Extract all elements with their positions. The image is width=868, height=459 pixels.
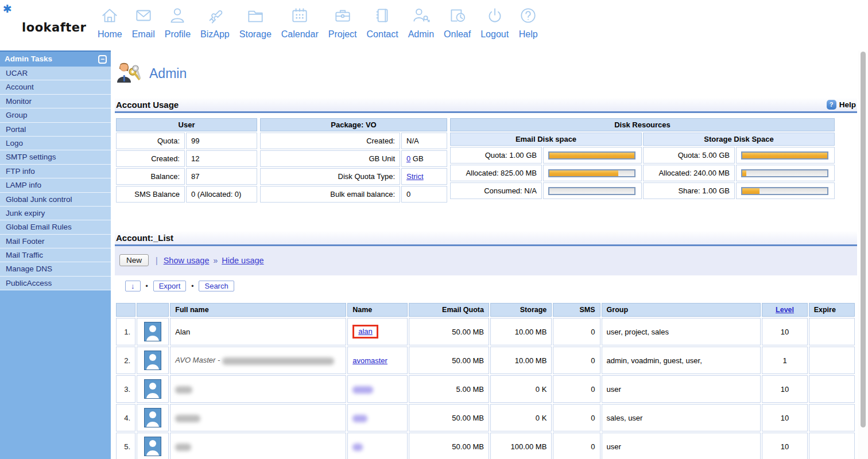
account-link-avomaster[interactable]: avomaster	[352, 356, 388, 365]
group-cell: sales, user	[602, 404, 761, 431]
nav-bizapp[interactable]: BizApp	[200, 6, 230, 40]
sidebar-item-account[interactable]: Account	[0, 80, 111, 94]
redacted-text	[175, 444, 191, 451]
nav-logout[interactable]: Logout	[480, 6, 509, 40]
nav-onleaf[interactable]: Onleaf	[444, 6, 471, 40]
user-usage-table: User Quota: 99 Created: 12 Balance: 87 S…	[115, 117, 258, 204]
address-book-icon	[373, 6, 392, 28]
pipe-separator: |	[156, 256, 158, 265]
nav-home[interactable]: Home	[98, 6, 122, 40]
account-link-alan[interactable]: alan	[358, 327, 373, 336]
raquo-separator: »	[213, 256, 218, 265]
nav-help[interactable]: Help	[518, 6, 538, 40]
group-cell: user, project, sales	[602, 318, 761, 345]
avatar-cell	[137, 347, 169, 374]
storage-quota-bar	[741, 151, 828, 160]
nav-calendar[interactable]: Calendar	[281, 6, 319, 40]
avatar-icon	[144, 408, 161, 427]
avatar-icon	[144, 379, 161, 399]
storage-quota-label: Quota: 5.00 GB	[643, 147, 735, 164]
col-sms: SMS	[553, 303, 600, 317]
package-disk-quota-type-label: Disk Quota Type:	[260, 168, 400, 185]
user-created-value: 12	[186, 150, 257, 167]
email-quota-cell: 50.00 MB	[409, 347, 489, 374]
name-cell: avomaster	[347, 347, 407, 374]
user-quota-label: Quota:	[116, 133, 185, 149]
app-logo: lookafter	[22, 21, 86, 34]
sidebar-item-mail-traffic[interactable]: Mail Traffic	[0, 248, 111, 262]
storage-cell: 100.00 MB	[490, 433, 552, 459]
row-number: 4.	[116, 404, 135, 431]
export-button[interactable]: Export	[153, 281, 187, 291]
avatar-cell	[137, 433, 169, 459]
level-sort-link[interactable]: Level	[776, 306, 794, 314]
user-balance-label: Balance:	[116, 168, 185, 185]
question-icon	[518, 6, 538, 28]
puzzle-icon	[205, 6, 224, 28]
sidebar-item-ucar[interactable]: UCAR	[0, 67, 111, 80]
disk-resources-table: Disk Resources Email Disk space Storage …	[449, 117, 836, 200]
storage-allocated-bar	[741, 169, 828, 177]
disk-quota-type-link[interactable]: Strict	[406, 172, 424, 181]
help-button[interactable]: ? Help	[827, 100, 856, 110]
sidebar-item-publicaccess[interactable]: PublicAccess	[0, 277, 111, 290]
full-name-text: AVO Master -	[175, 356, 220, 364]
scrollbar-thumb[interactable]	[861, 52, 866, 427]
sidebar-item-global-junk-control[interactable]: Global Junk control	[0, 193, 111, 207]
nav-contact[interactable]: Contact	[367, 6, 398, 40]
nav-email[interactable]: Email	[132, 6, 155, 40]
show-usage-link[interactable]: Show usage	[164, 256, 210, 265]
user-sms-balance-value: 0 (Allocated: 0)	[186, 186, 257, 203]
account-usage-title: Account Usage	[116, 100, 179, 110]
package-bulk-email-label: Bulk email balance:	[260, 186, 400, 203]
sidebar-item-monitor[interactable]: Monitor	[0, 95, 111, 108]
col-avatar	[137, 303, 169, 317]
expire-cell	[809, 347, 855, 374]
sidebar-item-group[interactable]: Group	[0, 108, 111, 122]
scrollbar-track[interactable]	[858, 50, 868, 459]
user-balance-value: 87	[186, 168, 257, 185]
redacted-link[interactable]	[352, 444, 363, 451]
redacted-link[interactable]	[352, 386, 373, 394]
sidebar-item-logo[interactable]: Logo	[0, 137, 111, 150]
nav-profile[interactable]: Profile	[165, 6, 191, 40]
corner-star-icon: ✱	[3, 2, 12, 15]
table-row: 3. 5.00 MB 0 K 0 user 10	[116, 375, 855, 403]
new-button[interactable]: New	[119, 254, 149, 266]
sidebar-item-ftp-info[interactable]: FTP info	[0, 165, 111, 178]
storage-allocated-label: Allocated: 240.00 MB	[643, 165, 735, 181]
email-quota-bar	[548, 151, 636, 160]
nav-admin[interactable]: Admin	[408, 6, 434, 40]
sidebar-item-lamp-info[interactable]: LAMP info	[0, 178, 111, 192]
sidebar-item-smtp-settings[interactable]: SMTP settings	[0, 150, 111, 164]
hide-usage-link[interactable]: Hide usage	[222, 256, 264, 265]
storage-share-label: Share: 1.00 GB	[643, 182, 735, 199]
email-allocated-label: Allocated: 825.00 MB	[450, 165, 542, 181]
nav-bizapp-label: BizApp	[200, 29, 230, 40]
redacted-link[interactable]	[352, 415, 367, 422]
profile-icon	[168, 6, 187, 28]
account-usage-section-bar: Account Usage ? Help	[115, 98, 857, 113]
nav-storage[interactable]: Storage	[239, 6, 272, 40]
nav-storage-label: Storage	[239, 29, 272, 40]
avatar-icon	[144, 437, 161, 456]
level-cell: 1	[762, 347, 807, 374]
page-title: Admin	[149, 66, 187, 81]
sidebar-item-portal[interactable]: Portal	[0, 123, 111, 137]
storage-share-bar	[741, 187, 828, 195]
collapse-icon[interactable]: −	[98, 55, 107, 64]
sidebar-item-global-email-rules[interactable]: Global Email Rules	[0, 220, 111, 234]
level-cell: 10	[762, 318, 807, 345]
col-email-quota: Email Quota	[409, 303, 489, 317]
storage-cell: 0 K	[490, 404, 552, 431]
sidebar-item-manage-dns[interactable]: Manage DNS	[0, 262, 111, 276]
nav-project[interactable]: Project	[328, 6, 357, 40]
storage-disk-space-header: Storage Disk Space	[643, 133, 835, 146]
sms-cell: 0	[553, 347, 600, 374]
sort-button[interactable]: ↓	[125, 281, 141, 291]
name-cell	[347, 433, 407, 459]
redacted-text	[222, 357, 334, 365]
search-button[interactable]: Search	[199, 281, 234, 291]
sidebar-item-junk-expiry[interactable]: Junk expiry	[0, 207, 111, 220]
sidebar-item-mail-footer[interactable]: Mail Footer	[0, 235, 111, 248]
